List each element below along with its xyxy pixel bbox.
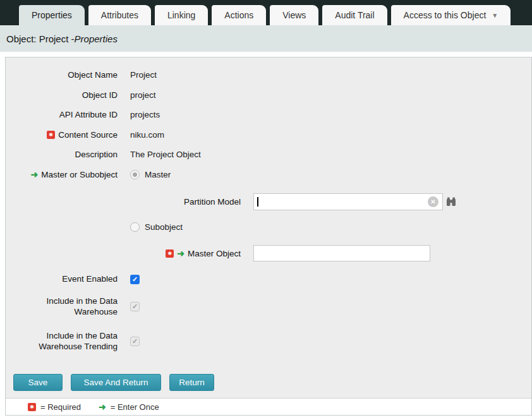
row-partition-model: Partition Model ✕ <box>6 184 531 218</box>
master-radio-label: Master <box>145 170 171 179</box>
content-frame: Object Name Project Object ID project AP… <box>5 57 532 416</box>
tab-label: Linking <box>167 10 195 20</box>
page-header: Object: Project - Properties <box>0 25 532 52</box>
row-include-data-warehouse-trending: Include in the Data Warehouse Trending ✓ <box>6 324 531 359</box>
enter-once-icon: ➜ <box>99 403 106 411</box>
tab-audit-trail[interactable]: Audit Trail <box>322 5 387 25</box>
row-object-name: Object Name Project <box>6 65 531 85</box>
description-label: Description <box>75 149 118 160</box>
event-enabled-checkbox[interactable]: ✓ <box>130 275 140 284</box>
master-object-label: Master Object <box>188 248 241 260</box>
tab-access-to-this-object[interactable]: Access to this Object ▼ <box>391 5 511 25</box>
page-title-section: Properties <box>75 33 118 44</box>
include-data-warehouse-checkbox: ✓ <box>130 302 140 311</box>
row-content-source: ✱ Content Source niku.com <box>6 125 531 145</box>
row-include-data-warehouse: Include in the Data Warehouse ✓ <box>6 289 531 324</box>
object-name-value: Project <box>130 70 531 80</box>
binoculars-icon[interactable] <box>446 197 456 207</box>
partition-model-label: Partition Model <box>184 196 241 208</box>
required-icon: ✱ <box>47 131 55 139</box>
subobject-radio-label: Subobject <box>145 222 183 232</box>
row-subobject: Subobject <box>6 218 531 236</box>
row-event-enabled: Event Enabled ✓ <box>6 269 531 289</box>
save-and-return-button[interactable]: Save And Return <box>71 374 161 391</box>
chevron-down-icon: ▼ <box>492 12 498 19</box>
tab-label: Properties <box>32 10 72 20</box>
include-data-warehouse-trending-checkbox: ✓ <box>130 337 140 346</box>
tab-attributes[interactable]: Attributes <box>88 5 151 25</box>
include-data-warehouse-trending-label: Include in the Data Warehouse Trending <box>6 330 118 352</box>
page-title-prefix: Object: Project - <box>6 33 75 44</box>
legend-footer: ✱ = Required ➜ = Enter Once <box>6 399 531 415</box>
tab-bar: Properties Attributes Linking Actions Vi… <box>0 0 532 25</box>
required-icon: ✱ <box>166 249 174 258</box>
event-enabled-label: Event Enabled <box>62 273 118 285</box>
enter-once-icon: ➜ <box>177 249 184 258</box>
row-object-id: Object ID project <box>6 85 531 105</box>
tab-label: Attributes <box>101 10 138 20</box>
legend-enter-once-text: = Enter Once <box>111 402 159 412</box>
partition-model-field-box: ✕ <box>253 193 443 210</box>
legend-required-text: = Required <box>40 402 81 412</box>
api-attribute-id-label: API Attribute ID <box>59 109 118 121</box>
row-master-object: ✱ ➜ Master Object <box>6 236 531 269</box>
row-api-attribute-id: API Attribute ID projects <box>6 105 531 125</box>
master-or-subobject-label: Master or Subobject <box>41 169 118 181</box>
text-caret <box>257 197 258 207</box>
master-object-input[interactable] <box>253 245 430 261</box>
save-button[interactable]: Save <box>13 374 63 391</box>
tab-label: Audit Trail <box>335 10 374 20</box>
row-description: Description The Project Object <box>6 145 531 165</box>
tab-label: Actions <box>224 10 253 20</box>
row-master-or-subobject: ➜ Master or Subobject Master <box>6 165 531 185</box>
properties-form: Object Name Project Object ID project AP… <box>6 57 531 399</box>
action-buttons: Save Save And Return Return <box>6 359 531 398</box>
tab-linking[interactable]: Linking <box>155 5 208 25</box>
enter-once-icon: ➜ <box>30 171 38 179</box>
tab-label: Access to this Object <box>404 10 487 20</box>
required-icon: ✱ <box>28 403 36 411</box>
object-id-label: Object ID <box>82 90 118 101</box>
object-id-value: project <box>130 90 531 100</box>
include-data-warehouse-label: Include in the Data Warehouse <box>6 296 118 318</box>
tab-views[interactable]: Views <box>270 5 318 25</box>
description-value: The Project Object <box>130 150 531 159</box>
partition-model-lookup: ✕ <box>253 193 456 210</box>
content-source-value: niku.com <box>130 130 531 140</box>
content-source-label: Content Source <box>58 129 118 141</box>
return-button[interactable]: Return <box>169 374 214 391</box>
api-attribute-id-value: projects <box>130 110 531 119</box>
object-name-label: Object Name <box>68 69 118 81</box>
partition-model-input[interactable] <box>254 194 442 210</box>
master-radio <box>130 170 140 179</box>
subobject-radio <box>130 222 140 232</box>
tab-properties[interactable]: Properties <box>19 5 85 25</box>
tab-actions[interactable]: Actions <box>212 5 266 25</box>
tab-label: Views <box>282 10 306 20</box>
